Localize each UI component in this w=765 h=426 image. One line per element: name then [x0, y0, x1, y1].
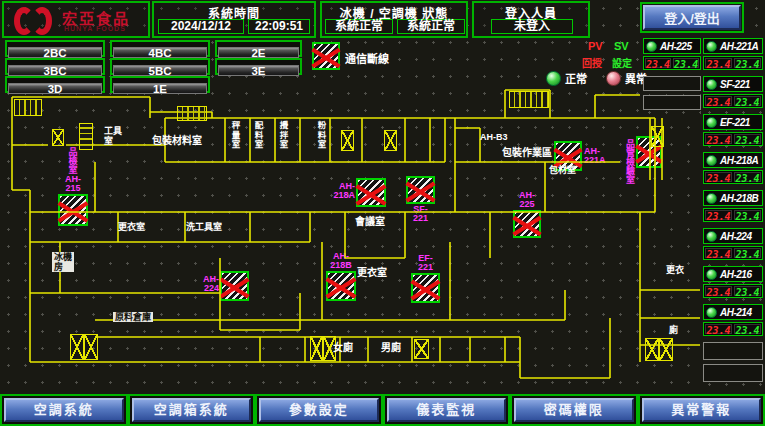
ahu-unit-disconnected-icon[interactable]: AH-218B [326, 271, 356, 301]
equipment-name-button[interactable]: AH-216 [703, 266, 763, 282]
status-led-icon [706, 193, 717, 204]
equipment-column-2: AH-221A 23.4 23.4 SF-221 23.4 23.4 EF-22… [703, 38, 763, 342]
bottom-nav-bar: 空調系統 空調箱系統 參數設定 儀表監視 密碼權限 異常警報 [0, 394, 765, 426]
room-label: 包材室 [549, 165, 576, 175]
ahu-unit-label: AH-224 [203, 275, 219, 293]
equipment-values: 23.4 23.4 [703, 94, 763, 108]
ahu-unit-label: AH-221A [584, 147, 606, 165]
nav-button-frame: 空調系統 [0, 394, 128, 426]
pv-value: 23.4 [705, 248, 732, 258]
room-label: 男廁 [381, 342, 401, 353]
nav-button[interactable]: 儀表監視 [387, 398, 507, 422]
login-logout-button[interactable]: 登入/登出 [643, 5, 741, 30]
nav-button[interactable]: 密碼權限 [514, 398, 634, 422]
floor-button[interactable]: 4BC [113, 47, 207, 58]
sv-value: 23.4 [734, 210, 761, 220]
ahu-unit-disconnected-icon[interactable]: EF-221 [411, 273, 440, 303]
door-x-icon [84, 334, 98, 360]
room-label: 更衣 [666, 265, 684, 275]
door-x-icon [384, 130, 397, 151]
floor-button[interactable]: 5BC [113, 65, 207, 76]
equipment-name: AH-221A [720, 41, 758, 52]
ac-status: 系統正常 [397, 19, 465, 34]
equipment-name-button[interactable]: AH-225 [643, 38, 701, 54]
room-label: 洗工具室 [186, 222, 222, 232]
status-led-icon [706, 79, 717, 90]
ahu-unit-label: AH-218A [333, 182, 355, 200]
room-label: 更衣室 [118, 222, 145, 232]
equipment-row: AH-225 23.4 23.4 [643, 38, 701, 76]
status-led-icon [706, 155, 717, 166]
ahu-unit-disconnected-icon[interactable]: AH-224 [220, 271, 249, 301]
nav-button[interactable]: 空調箱系統 [132, 398, 252, 422]
status-led-icon [706, 117, 717, 128]
stairs-icon [14, 99, 42, 116]
equipment-name-button[interactable]: AH-218B [703, 190, 763, 206]
ahu-unit-label: EF-221 [418, 254, 433, 272]
floor-button-frame: 5BC [110, 58, 210, 75]
empty-slot [703, 364, 763, 382]
room-label: 配料室 [252, 121, 263, 150]
hunya-logo-icon [12, 6, 58, 36]
nav-button-frame: 異常警報 [638, 394, 765, 426]
normal-text: 正常 [565, 70, 587, 86]
equipment-name-button[interactable]: AH-224 [703, 228, 763, 244]
equipment-name-button[interactable]: AH-221A [703, 38, 763, 54]
column1-empty-slots [643, 76, 701, 114]
nav-button[interactable]: 空調系統 [4, 398, 124, 422]
door-x-icon [414, 339, 429, 359]
floor-button[interactable]: 2BC [8, 47, 102, 58]
door-x-icon [52, 129, 64, 146]
pv-label: PV [588, 40, 603, 52]
nav-button[interactable]: 參數設定 [259, 398, 379, 422]
ahu-unit-disconnected-icon[interactable]: AH-225 [513, 210, 541, 238]
ahu-unit-label: 品管檢 驗室 [626, 140, 635, 185]
stairs-icon [177, 106, 207, 121]
door-x-icon [659, 338, 673, 361]
room-label: 廁 [669, 325, 678, 335]
equipment-name-button[interactable]: SF-221 [703, 76, 763, 92]
room-label: 攪拌室 [277, 121, 288, 150]
room-label: 冰機 房 [52, 252, 74, 272]
feedback-label: 回授 [582, 55, 602, 70]
machine-status-panel: 冰機 / 空調機 狀態 系統正常 系統正常 [320, 1, 468, 38]
abnormal-led-icon [606, 71, 621, 86]
equipment-values: 23.4 23.4 [703, 322, 763, 336]
room-label: 秤量室 [229, 121, 240, 150]
stairs-icon [79, 123, 93, 150]
sv-value: 23.4 [734, 324, 761, 334]
floor-button-frame: 4BC [110, 40, 210, 57]
equipment-row: AH-224 23.4 23.4 [703, 228, 763, 266]
floor-button[interactable]: 2E [218, 47, 299, 58]
floor-button[interactable]: 3E [218, 65, 299, 76]
floor-button-frame: 2E [215, 40, 302, 57]
equipment-values: 23.4 23.4 [703, 132, 763, 146]
floor-button-frame: 3D [5, 76, 105, 93]
floor-button[interactable]: 3D [8, 83, 102, 94]
room-label: 包裝作業區 [502, 147, 552, 158]
equipment-name-button[interactable]: AH-218A [703, 152, 763, 168]
floor-button[interactable]: 1E [113, 83, 207, 94]
normal-indicator: 正常 [546, 70, 587, 86]
equipment-row: AH-218A 23.4 23.4 [703, 152, 763, 190]
floor-button[interactable]: 3BC [8, 65, 102, 76]
equipment-name: AH-216 [720, 269, 751, 280]
nav-button[interactable]: 異常警報 [642, 398, 762, 422]
sv-value: 23.4 [673, 58, 699, 68]
room-label: AH-B3 [480, 132, 508, 142]
ahu-unit-label: 品檢室 AH-215 [65, 148, 81, 193]
ahu-unit-disconnected-icon[interactable]: SF-221 [406, 176, 435, 204]
pv-value: 23.4 [705, 134, 732, 144]
chiller-status: 系統正常 [325, 19, 393, 34]
equipment-name: AH-224 [720, 231, 751, 242]
equipment-name-button[interactable]: AH-214 [703, 304, 763, 320]
equipment-name: EF-221 [720, 117, 750, 128]
ahu-unit-label: AH-218B [330, 252, 352, 270]
equipment-name-button[interactable]: EF-221 [703, 114, 763, 130]
sv-label: SV [614, 40, 629, 52]
ahu-unit-disconnected-icon[interactable]: AH-218A [356, 178, 386, 207]
ahu-unit-disconnected-icon[interactable]: 品檢室 AH-215 [58, 194, 88, 226]
door-x-icon [70, 334, 84, 360]
pv-value: 23.4 [705, 58, 732, 68]
disconnect-legend-icon [312, 42, 340, 70]
